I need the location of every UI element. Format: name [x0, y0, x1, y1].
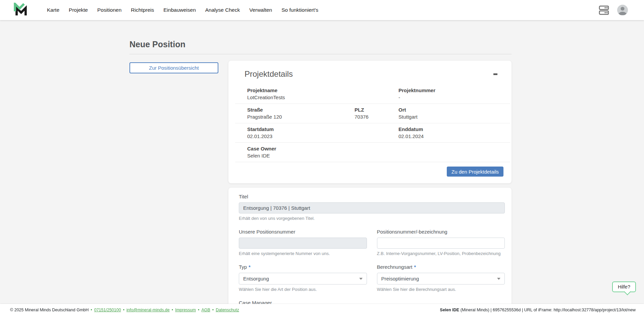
typ-label: Typ — [239, 264, 247, 270]
positionsnummer-input[interactable] — [377, 238, 505, 249]
project-details-table: Projektname LotCreationTests Projektnumm… — [235, 84, 510, 162]
berechnungsart-field: Berechnungsart * Preisoptimierung Wählen… — [377, 264, 505, 292]
field-value: Pragstraße 120 — [247, 114, 355, 120]
zu-den-projektdetails-button[interactable]: Zu den Projektdetails — [447, 167, 503, 177]
footer-separator: • — [91, 308, 92, 312]
footer-link-phone[interactable]: 07151/250100 — [94, 308, 121, 312]
chevron-down-icon — [359, 278, 363, 280]
footer-link-impressum[interactable]: Impressum — [175, 308, 196, 312]
user-avatar-icon[interactable] — [616, 4, 629, 16]
typ-helper-text: Wählen Sie hier die Art der Position aus… — [239, 287, 367, 292]
footer-separator: • — [123, 308, 124, 312]
required-asterisk: * — [414, 264, 416, 270]
nav-item-verwalten[interactable]: Verwalten — [245, 0, 277, 20]
field-enddatum: Enddatum 02.01.2024 — [398, 126, 510, 139]
field-value: LotCreationTests — [247, 94, 398, 100]
positionsnummer-field: Positionsnummer/-bezeichnung Z.B. Intern… — [377, 229, 505, 256]
left-action-column: Zur Positionsübersicht — [129, 61, 218, 73]
footer-link-agb[interactable]: AGB — [201, 308, 210, 312]
berechnungsart-select[interactable]: Preisoptimierung — [377, 273, 505, 285]
berechnungsart-helper-text: Wählen Sie hier die Berechnungsart aus. — [377, 287, 505, 292]
field-value: 02.01.2024 — [398, 133, 510, 139]
chevron-down-icon — [497, 278, 500, 280]
titel-input — [239, 202, 505, 213]
top-nav-bar: Karte Projekte Positionen Richtpreis Ein… — [0, 0, 644, 20]
help-button[interactable]: Hilfe? — [612, 281, 636, 292]
title-divider — [129, 54, 512, 54]
nav-item-so-funktionierts[interactable]: So funktioniert's — [277, 0, 323, 20]
field-label: PLZ — [355, 107, 398, 113]
titel-helper-text: Erhält den von uns vorgegebenen Titel. — [239, 216, 505, 221]
table-row: Startdatum 02.01.2023 Enddatum 02.01.202… — [235, 123, 510, 143]
berechnungsart-select-value: Preisoptimierung — [381, 276, 419, 281]
main-nav: Karte Projekte Positionen Richtpreis Ein… — [42, 0, 323, 20]
mineral-minds-logo[interactable] — [13, 3, 29, 17]
footer-separator: • — [212, 308, 214, 312]
typ-select-value: Entsorgung — [243, 276, 269, 281]
nav-item-richtpreis[interactable]: Richtpreis — [126, 0, 159, 20]
table-row: Straße Pragstraße 120 PLZ 70376 Ort Stut… — [235, 104, 510, 123]
logo-icon — [13, 3, 29, 17]
titel-label: Titel — [239, 194, 505, 199]
field-value: Stuttgart — [398, 114, 510, 120]
field-value: 02.01.2023 — [247, 133, 398, 139]
collapse-card-button[interactable] — [491, 71, 499, 77]
projektdetails-card-title: Projektdetails — [245, 69, 293, 79]
field-projektnummer: Projektnummer - — [398, 87, 510, 100]
table-row: Case Owner Selen IDE — [235, 143, 510, 162]
field-plz: PLZ 70376 — [355, 107, 398, 120]
field-projektname: Projektname LotCreationTests — [247, 87, 398, 100]
main-content: Neue Position Zur Positionsübersicht Pro… — [0, 20, 644, 316]
footer-separator: • — [198, 308, 199, 312]
page-title: Neue Position — [129, 40, 512, 49]
typ-select[interactable]: Entsorgung — [239, 273, 367, 285]
typ-field: Typ * Entsorgung Wählen Sie hier die Art… — [239, 264, 367, 292]
zur-positionsuebersicht-button[interactable]: Zur Positionsübersicht — [129, 62, 218, 73]
unsere-positionsnummer-label: Unsere Positionsnummer — [239, 229, 367, 235]
field-strasse: Straße Pragstraße 120 — [247, 107, 355, 120]
field-startdatum: Startdatum 02.01.2023 — [247, 126, 398, 139]
server-stack-icon[interactable] — [599, 5, 609, 15]
footer-user-name: Selen IDE — [440, 308, 460, 312]
footer-session-info: Selen IDE (Mineral Minds) | 69576255536d… — [440, 308, 636, 312]
field-label: Startdatum — [247, 126, 398, 132]
required-asterisk: * — [249, 264, 250, 270]
field-label: Ort — [398, 107, 510, 113]
footer-separator: • — [172, 308, 173, 312]
positionsnummer-label: Positionsnummer/-bezeichnung — [377, 229, 505, 235]
nav-item-positionen[interactable]: Positionen — [93, 0, 126, 20]
field-case-owner: Case Owner Selen IDE — [247, 146, 510, 159]
projektdetails-card: Projektdetails Projektname LotCreationTe… — [228, 61, 512, 183]
minus-icon — [493, 73, 497, 75]
positionsnummer-helper-text: Z.B. Interne-Vorgangsnummer, LV-Position… — [377, 251, 505, 256]
field-label: Straße — [247, 107, 355, 113]
field-value: 70376 — [355, 114, 398, 120]
copyright-text: © 2025 Mineral Minds Deutschland GmbH — [10, 308, 89, 312]
footer-link-email[interactable]: info@mineral-minds.de — [126, 308, 170, 312]
footer-link-datenschutz[interactable]: Datenschutz — [216, 308, 239, 312]
field-label: Projektname — [247, 87, 398, 93]
nav-item-karte[interactable]: Karte — [42, 0, 64, 20]
field-ort: Ort Stuttgart — [398, 107, 510, 120]
footer-left: © 2025 Mineral Minds Deutschland GmbH • … — [10, 308, 239, 312]
field-label: Case Owner — [247, 146, 510, 151]
page-footer: © 2025 Mineral Minds Deutschland GmbH • … — [0, 304, 644, 316]
unsere-positionsnummer-field: Unsere Positionsnummer Erhält eine syste… — [239, 229, 367, 256]
nav-item-einbauweisen[interactable]: Einbauweisen — [159, 0, 201, 20]
field-label: Enddatum — [398, 126, 510, 132]
unsere-positionsnummer-input — [239, 238, 367, 249]
unsere-positionsnummer-helper-text: Erhält eine systemgenerierte Nummer von … — [239, 251, 367, 256]
position-form-card: Titel Erhält den von uns vorgegebenen Ti… — [228, 188, 512, 316]
field-value: Selen IDE — [247, 153, 510, 159]
field-label: Projektnummer — [398, 87, 510, 93]
nav-item-projekte[interactable]: Projekte — [64, 0, 93, 20]
right-content-column: Projektdetails Projektname LotCreationTe… — [228, 61, 512, 316]
footer-session-details: (Mineral Minds) | 69576255536d | URL of … — [459, 308, 636, 312]
help-button-label: Hilfe? — [618, 284, 630, 290]
table-row: Projektname LotCreationTests Projektnumm… — [235, 84, 510, 104]
field-value: - — [398, 94, 510, 100]
titel-field: Titel Erhält den von uns vorgegebenen Ti… — [239, 194, 505, 221]
berechnungsart-label: Berechnungsart — [377, 264, 413, 270]
nav-item-analyse-check[interactable]: Analyse Check — [201, 0, 245, 20]
